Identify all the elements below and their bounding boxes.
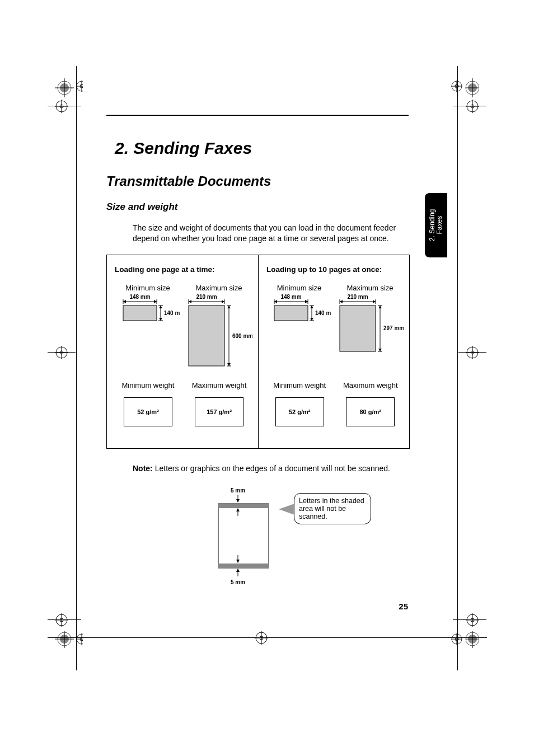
page-number: 25 [399,602,408,611]
note: Note: Letters or graphics on the edges o… [133,464,401,473]
crosshair-left-mid [55,346,68,359]
panel-multi-page: Loading up to 10 pages at once: Minimum … [258,255,409,448]
crop-line [457,66,458,670]
max-h-one: 600 mm [232,333,252,339]
crosshair-right-upper [466,100,479,113]
min-h-multi: 140 mm [315,310,331,316]
body-text: The size and weight of documents that yo… [133,223,401,244]
svg-marker-98 [236,569,240,572]
subsection-title: Size and weight [106,201,178,213]
svg-rect-67 [189,306,224,366]
max-weight-box: 157 g/m² [195,397,243,426]
scan-margin-svg: 5 mm 5 mm [207,486,297,592]
min-weight-box-multi: 52 g/m² [275,397,324,426]
svg-marker-87 [378,349,382,351]
svg-marker-72 [227,306,231,308]
min-w: 148 mm [129,294,150,300]
crosshair-left-upper [55,100,68,113]
chapter-title: 2. Sending Faxes [115,139,252,158]
panel-multi-title: Loading up to 10 pages at once: [266,265,404,274]
crop-line [76,66,77,670]
max-weight-label-multi: Maximum weight [338,381,404,389]
svg-marker-84 [373,300,376,303]
svg-marker-66 [159,318,162,321]
svg-marker-70 [222,300,224,303]
min-w-multi: 148 mm [280,294,301,300]
crosshair-right-lower [466,613,479,627]
svg-marker-89 [236,499,240,503]
max-w-one: 210 mm [196,294,217,300]
max-size-diagram-one: 210 mm 600 mm [185,294,252,373]
header-rule [106,115,409,116]
svg-marker-65 [159,306,162,308]
svg-rect-81 [340,306,376,351]
page: 2. Sending Faxes Transmittable Documents… [0,0,534,756]
max-h-multi: 297 mm [383,325,404,331]
crosshair-right-mid [466,346,479,359]
min-size-label: Minimum size [115,284,181,292]
min-weight-box: 52 g/m² [124,397,172,426]
min-size-diagram-multi: 148 mm 140 mm [267,294,331,334]
panel-one-page: Loading one page at a time: Minimum size… [107,255,258,448]
crop-line [48,619,81,620]
section-title: Transmittable Documents [106,173,271,189]
scan-margin-diagram: 5 mm 5 mm Letters in the shaded area wil… [207,486,369,592]
max-weight-one: 157 g/m² [207,408,232,415]
crosshair-left-lower [55,613,68,627]
side-tab: 2. Sending Faxes [425,193,447,257]
svg-rect-60 [123,306,157,321]
svg-marker-79 [310,306,313,308]
note-text: Letters or graphics on the edges of a do… [153,464,390,473]
callout: Letters in the shaded area will not be s… [294,493,371,524]
svg-marker-73 [227,363,231,366]
note-label: Note: [133,464,153,473]
sidetab-line2: Faxes [435,216,443,234]
max-size-label: Maximum size [185,284,252,292]
min-h: 140 mm [164,310,180,316]
svg-marker-76 [274,300,277,303]
min-size-label-multi: Minimum size [266,284,332,292]
svg-marker-63 [154,300,157,303]
crop-line [458,352,486,353]
svg-rect-91 [218,504,269,508]
crop-line [48,637,487,638]
crop-line [453,619,486,620]
svg-marker-77 [305,300,308,303]
svg-rect-92 [218,564,269,568]
min-weight-label: Minimum weight [115,381,181,389]
min-weight-multi: 52 g/m² [289,408,311,415]
margin-top-label: 5 mm [231,487,245,494]
size-weight-panels: Loading one page at a time: Minimum size… [106,255,410,449]
max-size-label-multi: Maximum size [336,284,404,292]
svg-marker-83 [340,300,343,303]
svg-marker-86 [378,306,382,308]
callout-arrow-icon [279,504,294,515]
max-weight-label: Maximum weight [186,381,252,389]
max-size-diagram-multi: 210 mm 297 mm [336,294,404,361]
max-w-multi: 210 mm [347,294,368,300]
crosshair-bottom-mid [255,631,268,645]
svg-marker-62 [123,300,126,303]
max-weight-multi: 80 g/m² [359,408,381,415]
min-size-diagram: 148 mm 140 mm [116,294,180,334]
crop-line [48,352,76,353]
svg-marker-80 [310,318,313,321]
panel-one-title: Loading one page at a time: [115,265,252,274]
svg-rect-90 [218,504,269,568]
min-weight-one: 52 g/m² [137,408,159,415]
max-weight-box-multi: 80 g/m² [346,397,395,426]
svg-marker-69 [189,300,191,303]
svg-rect-74 [274,306,308,321]
crop-line [48,106,81,106]
min-weight-label-multi: Minimum weight [266,381,333,389]
crop-line [453,106,486,106]
margin-bottom-label: 5 mm [231,579,245,585]
